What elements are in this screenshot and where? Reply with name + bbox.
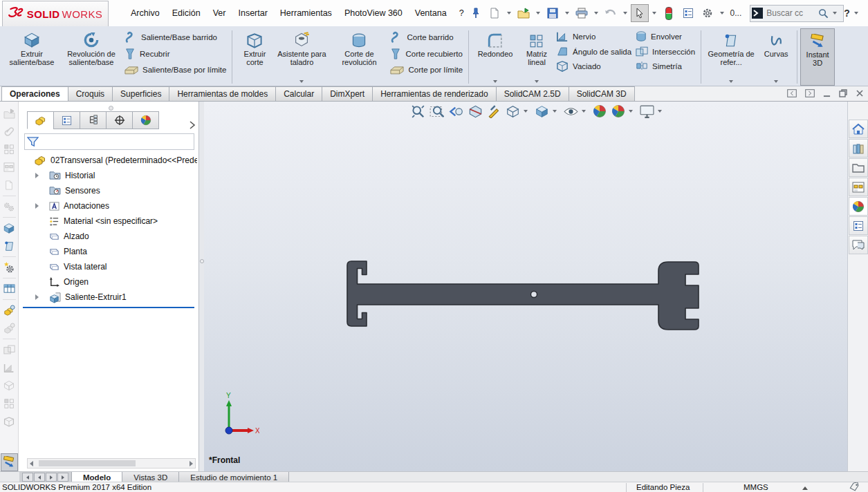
doc-tab-estudio-de-movimiento[interactable]: Estudio de movimiento 1 [179,472,289,482]
view-settings-dropdown-icon[interactable] [658,110,662,113]
scrollbar-thumb[interactable] [39,460,136,466]
extrude-icon[interactable] [1,219,18,237]
gear-spark-icon[interactable] [1,258,18,276]
gears-icon[interactable] [1,198,18,216]
boundary-cut-button[interactable]: Corte por límite [390,64,463,75]
part-center-hole[interactable] [531,292,537,298]
scroll-right-icon[interactable] [190,461,193,466]
panel-resize-handle[interactable] [109,106,113,111]
print-icon[interactable] [573,4,591,22]
previous-pane-icon[interactable] [787,89,797,97]
menu-ver[interactable]: Ver [207,5,232,21]
performance-icon[interactable] [660,4,678,22]
design-table-icon[interactable] [1,280,18,298]
first-tab-icon[interactable] [22,473,33,482]
open-folder-icon[interactable] [1,104,18,122]
extrude-cut-button[interactable]: Extruir corte [235,28,274,86]
featuremanager-tab[interactable] [27,111,54,129]
forum-icon[interactable] [849,236,868,254]
hide-show-dropdown-icon[interactable] [582,110,586,113]
search-dropdown-icon[interactable] [833,12,837,15]
annotations-icon[interactable] [488,105,501,118]
reference-plane-icon[interactable] [1,237,18,255]
tab-croquis[interactable]: Croquis [68,86,113,101]
undo-icon[interactable] [602,4,620,22]
image-palette-icon[interactable] [1,158,18,176]
options-gear-icon[interactable] [699,4,717,22]
apply-scene-icon[interactable] [611,104,635,118]
tree-root-item[interactable]: 02Transversal (Predeterminado<<Predet [19,153,197,168]
draft-button[interactable]: Ángulo de salida [556,46,631,57]
doc-minimize-icon[interactable] [823,90,831,97]
tab-calcular[interactable]: Calcular [275,86,322,101]
hole-wizard-button[interactable]: Asistente para taladro [274,28,329,86]
doc-restore-icon[interactable] [839,89,847,97]
swept-cut-button[interactable]: Corte barrido [390,31,463,44]
paperclip-icon[interactable] [1,122,18,140]
save-icon[interactable] [544,4,562,22]
display-style-dropdown-icon[interactable] [553,110,557,113]
toolbar-overflow-label[interactable]: 0... [730,8,742,18]
home-icon[interactable] [849,120,868,138]
tab-operaciones[interactable]: Operaciones [1,86,68,101]
menu-help[interactable]: ? [453,5,470,21]
open-dropdown-icon[interactable] [536,12,540,15]
tag-icon[interactable] [849,482,860,491]
rollback-bar[interactable] [23,307,194,308]
feature-filter-input[interactable] [24,133,194,150]
tree-item-material[interactable]: Material <sin especificar> [19,214,197,229]
tree-item-alzado[interactable]: Alzado [19,229,197,244]
appearances-icon[interactable] [849,197,868,216]
menu-insertar[interactable]: Insertar [232,5,273,21]
search-terminal-icon[interactable] [752,8,763,19]
select-cursor-icon[interactable] [631,4,649,22]
file-explorer-icon[interactable] [849,158,868,177]
linear-pattern-dropdown-icon[interactable] [535,80,539,83]
last-tab-icon[interactable] [57,473,68,482]
new-document-icon[interactable] [486,4,504,22]
menu-archivo[interactable]: Archivo [124,5,166,21]
tree-item-saliente-extruir1[interactable]: Saliente-Extruir1 [19,290,197,305]
tab-solidcam-3d[interactable]: SolidCAM 3D [569,86,635,101]
curves-button[interactable]: Curvas [758,28,794,86]
expand-arrow-icon[interactable] [35,203,39,209]
revolve-boss-button[interactable]: Revolución de saliente/base [59,28,123,86]
tree-item-vista-lateral[interactable]: Vista lateral [19,259,197,274]
section-view-icon[interactable] [468,105,483,118]
wrap-button[interactable]: Envolver [636,31,695,42]
previous-tab-icon[interactable] [34,473,45,482]
doc-tab-vistas-3d[interactable]: Vistas 3D [122,472,179,482]
units-label[interactable]: MMGS [744,483,768,491]
rib-button[interactable]: Nervio [556,31,631,42]
intersect-button[interactable]: Intersección [636,46,695,57]
tree-item-historial[interactable]: Historial [19,168,197,183]
tree-item-anotaciones[interactable]: Anotaciones [19,198,197,214]
view-palette-icon[interactable] [849,178,868,196]
tab-herramientas-de-renderizado[interactable]: Herramientas de renderizado [372,86,496,101]
search-input[interactable] [765,8,816,19]
tab-superficies[interactable]: Superficies [112,86,169,101]
assembly-pattern-icon[interactable] [1,395,18,413]
menu-ventana[interactable]: Ventana [409,5,453,21]
reference-geometry-dropdown-icon[interactable] [729,80,733,83]
previous-view-icon[interactable] [449,106,463,117]
part-comment-icon[interactable] [1,301,18,319]
expand-arrow-icon[interactable] [35,294,39,300]
menu-photoview[interactable]: PhotoView 360 [338,5,409,21]
extrude-boss-button[interactable]: Extruir saliente/base [4,28,59,86]
help-icon[interactable]: ? [844,8,850,19]
apply-scene-dropdown-icon[interactable] [629,110,633,113]
tab-solidcam-25d[interactable]: SolidCAM 2.5D [496,86,569,101]
zoom-to-fit-icon[interactable] [412,105,425,118]
view-orientation-dropdown-icon[interactable] [524,110,528,113]
tree-item-origen[interactable]: Origen [19,274,197,290]
view-settings-icon[interactable] [640,105,664,118]
exploded-view-icon[interactable] [1,341,18,359]
units-popup-icon[interactable] [802,486,808,490]
part-body[interactable] [347,261,699,330]
next-tab-icon[interactable] [46,473,57,482]
tree-item-planta[interactable]: Planta [19,244,197,259]
display-style-icon[interactable] [535,105,559,118]
boundary-boss-button[interactable]: Saliente/Base por límite [124,64,226,75]
print-dropdown-icon[interactable] [594,12,598,15]
